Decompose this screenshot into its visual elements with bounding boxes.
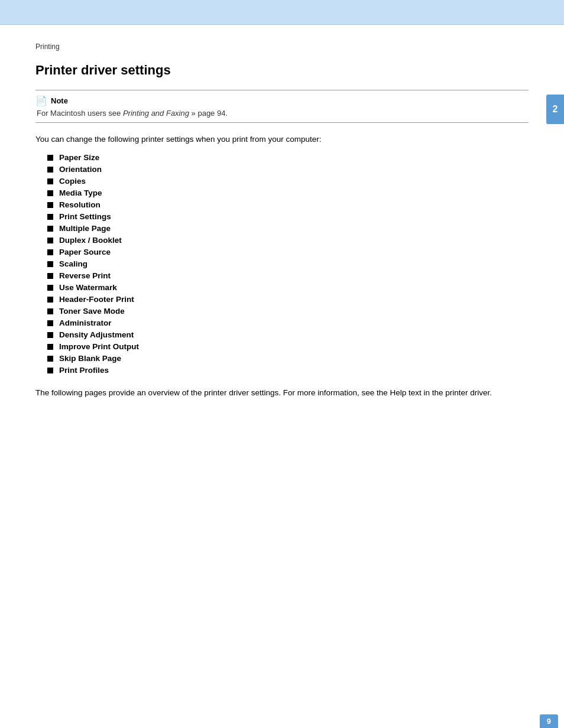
list-item: Paper Source [47,248,529,256]
intro-paragraph: You can change the following printer set… [35,135,529,144]
note-suffix: » page 94. [189,109,228,118]
setting-label: Paper Size [59,153,99,162]
setting-label: Toner Save Mode [59,307,125,316]
footer-paragraph: The following pages provide an overview … [35,386,529,399]
setting-label: Header-Footer Print [59,295,134,304]
bullet-icon [47,167,53,173]
bullet-icon [47,178,53,184]
list-item: Administrator [47,318,529,327]
bullet-icon [47,297,53,303]
setting-label: Improve Print Output [59,342,139,351]
bullet-icon [47,249,53,255]
setting-label: Use Watermark [59,283,117,292]
setting-label: Copies [59,177,86,186]
setting-label: Print Settings [59,212,111,221]
list-item: Print Profiles [47,366,529,375]
setting-label: Administrator [59,318,112,327]
list-item: Reverse Print [47,271,529,280]
bullet-icon [47,155,53,161]
bullet-icon [47,190,53,196]
bullet-icon [47,344,53,350]
list-item: Orientation [47,165,529,174]
setting-label: Duplex / Booklet [59,236,122,245]
list-item: Copies [47,177,529,186]
list-item: Scaling [47,259,529,268]
list-item: Media Type [47,188,529,197]
bottom-bar: 9 [0,707,564,728]
setting-label: Reverse Print [59,271,111,280]
list-item: Use Watermark [47,283,529,292]
note-icon: 📄 [35,95,47,106]
top-banner [0,0,564,25]
list-item: Multiple Page [47,224,529,233]
setting-label: Skip Blank Page [59,354,121,363]
setting-label: Scaling [59,259,87,268]
bullet-icon [47,368,53,373]
main-content: Printing Printer driver settings 📄 Note … [0,25,564,435]
setting-label: Density Adjustment [59,330,134,339]
bullet-icon [47,285,53,291]
setting-label: Multiple Page [59,224,111,233]
list-item: Density Adjustment [47,330,529,339]
note-text: For Macintosh users see Printing and Fax… [35,109,529,118]
bullet-icon [47,273,53,279]
list-item: Header-Footer Print [47,295,529,304]
bullet-icon [47,261,53,267]
bullet-icon [47,308,53,314]
setting-label: Paper Source [59,248,111,256]
bullet-icon [47,238,53,243]
list-item: Toner Save Mode [47,307,529,316]
note-prefix: For Macintosh users see [37,109,123,118]
list-item: Duplex / Booklet [47,236,529,245]
setting-label: Orientation [59,165,102,174]
setting-label: Resolution [59,200,101,209]
note-italic: Printing and Faxing [123,109,189,118]
bullet-icon [47,332,53,338]
note-label: Note [51,96,68,105]
breadcrumb: Printing [35,43,529,51]
list-item: Resolution [47,200,529,209]
list-item: Skip Blank Page [47,354,529,363]
list-item: Paper Size [47,153,529,162]
bullet-icon [47,214,53,220]
bullet-icon [47,202,53,208]
page-number: 9 [540,714,558,728]
bullet-icon [47,356,53,362]
setting-label: Print Profiles [59,366,109,375]
list-item: Print Settings [47,212,529,221]
note-header: 📄 Note [35,95,529,106]
list-item: Improve Print Output [47,342,529,351]
chapter-tab: 2 [546,95,564,124]
note-box: 📄 Note For Macintosh users see Printing … [35,90,529,123]
bullet-icon [47,320,53,326]
page-title: Printer driver settings [35,63,529,78]
bullet-icon [47,226,53,232]
settings-list: Paper SizeOrientationCopiesMedia TypeRes… [47,153,529,375]
setting-label: Media Type [59,188,102,197]
